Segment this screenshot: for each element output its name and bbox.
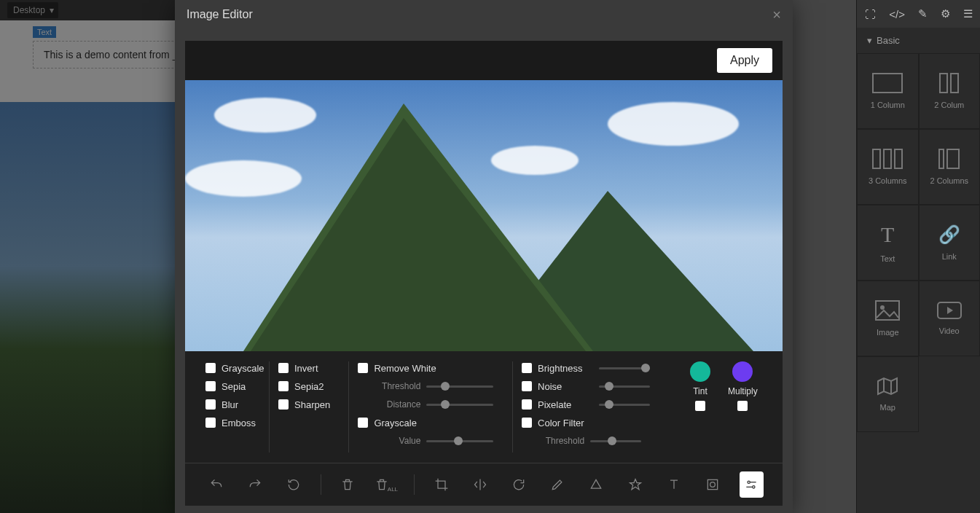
block-link[interactable]: 🔗 Link [919, 205, 981, 281]
tint-label: Tint [693, 386, 707, 396]
filters-panel: Grayscale Sepia Blur Emboss Invert Sepia… [185, 351, 783, 463]
filter-button[interactable] [740, 471, 764, 498]
image-editor-modal: Image Editor × Apply Grayscale Sepia Blu… [175, 0, 793, 513]
block-video[interactable]: Video [919, 281, 981, 356]
text-button[interactable] [662, 471, 686, 498]
slider-label: Distance [375, 399, 420, 410]
draw-button[interactable] [546, 471, 570, 498]
block-1-column[interactable]: 1 Column [857, 53, 919, 129]
all-label: ALL [388, 486, 398, 493]
filter-label: Invert [294, 363, 318, 374]
filter-label: Remove White [374, 363, 436, 374]
filter-label: Sharpen [294, 399, 330, 410]
cloud-shape [608, 102, 739, 146]
filter-label: Sepia [222, 381, 246, 392]
redo-button[interactable] [243, 471, 267, 498]
flip-button[interactable] [468, 471, 492, 498]
column-icon [872, 73, 903, 93]
menu-icon[interactable]: ☰ [963, 7, 973, 20]
separator [414, 474, 415, 495]
multiply-swatch[interactable] [732, 361, 753, 382]
modal-header: Image Editor × [175, 0, 793, 29]
text-icon: T [881, 222, 894, 247]
checkbox-tint[interactable] [695, 401, 705, 411]
checkbox-pixelate[interactable] [522, 399, 532, 410]
checkbox-grayscale-2[interactable] [358, 418, 368, 428]
filter-label: Grayscale [222, 363, 264, 374]
slider-value[interactable] [426, 436, 493, 446]
checkbox-sepia2[interactable] [278, 381, 289, 391]
svg-point-8 [753, 486, 755, 488]
section-label: Basic [877, 35, 900, 46]
slider-pixelate[interactable] [599, 399, 650, 410]
multiply-label: Multiply [728, 386, 758, 396]
close-icon[interactable]: × [772, 7, 781, 23]
code-icon[interactable]: </> [889, 8, 905, 20]
checkbox-brightness[interactable] [522, 363, 532, 373]
gear-icon[interactable]: ⚙ [941, 7, 950, 20]
reset-button[interactable] [281, 471, 305, 498]
apply-bar: Apply [185, 41, 783, 80]
block-grid: 1 Column 2 Colum 3 Columns 2 Columns T T… [857, 53, 980, 432]
checkbox-invert[interactable] [278, 363, 289, 373]
svg-rect-2 [876, 301, 899, 320]
video-icon [937, 302, 962, 319]
checkbox-noise[interactable] [522, 381, 532, 391]
filter-col-1: Grayscale Sepia Blur Emboss [197, 361, 270, 453]
block-text[interactable]: T Text [857, 205, 919, 281]
svg-point-3 [880, 305, 885, 310]
columns-icon [938, 149, 960, 169]
block-label: Video [939, 326, 960, 335]
checkbox-emboss[interactable] [205, 418, 216, 428]
checkbox-remove-white[interactable] [358, 363, 368, 373]
checkbox-sharpen[interactable] [278, 399, 289, 410]
slider-brightness[interactable] [599, 363, 650, 373]
block-map[interactable]: Map [857, 356, 919, 432]
block-3-columns[interactable]: 3 Columns [857, 129, 919, 205]
rotate-button[interactable] [506, 471, 530, 498]
filter-col-3: Remove White Threshold Distance Grayscal… [349, 361, 513, 453]
image-preview[interactable] [185, 80, 783, 351]
slider-label: Value [375, 436, 420, 446]
block-label: Link [942, 252, 957, 261]
block-label: Image [877, 328, 899, 337]
block-image[interactable]: Image [857, 281, 919, 356]
slider-threshold[interactable] [426, 381, 493, 391]
filter-col-colors: Tint Multiply [677, 361, 771, 453]
undo-button[interactable] [204, 471, 228, 498]
block-label: Map [880, 403, 895, 412]
slider-distance[interactable] [426, 399, 493, 410]
filter-label: Grayscale [374, 418, 417, 428]
sidebar-section-basic[interactable]: ▾ Basic [857, 28, 980, 53]
editor-toolbar: ALL [185, 463, 783, 506]
tint-control: Tint [690, 361, 710, 453]
svg-rect-5 [707, 479, 717, 489]
checkbox-grayscale[interactable] [205, 363, 216, 373]
right-sidebar: ⛶ </> ✎ ⚙ ☰ ▾ Basic 1 Column 2 Colum 3 C… [856, 0, 980, 513]
icon-button[interactable] [623, 471, 647, 498]
brush-icon[interactable]: ✎ [918, 7, 928, 20]
multiply-control: Multiply [728, 361, 758, 453]
delete-button[interactable] [336, 471, 360, 498]
checkbox-color-filter[interactable] [522, 418, 532, 428]
shape-button[interactable] [584, 471, 608, 498]
crop-button[interactable] [429, 471, 453, 498]
filter-label: Emboss [222, 418, 256, 428]
block-2-column[interactable]: 2 Colum [919, 53, 981, 129]
svg-point-7 [748, 481, 750, 483]
mask-button[interactable] [700, 471, 724, 498]
delete-all-button[interactable]: ALL [375, 471, 399, 498]
modal-body: Apply Grayscale Sepia Blur Emboss Invert… [175, 29, 793, 513]
filter-label: Blur [222, 399, 238, 410]
checkbox-sepia[interactable] [205, 381, 216, 391]
slider-cf-threshold[interactable] [590, 436, 641, 446]
tint-swatch[interactable] [690, 361, 710, 382]
slider-noise[interactable] [599, 381, 650, 391]
checkbox-multiply[interactable] [737, 401, 748, 411]
fullscreen-icon[interactable]: ⛶ [865, 8, 876, 20]
block-2-columns-b[interactable]: 2 Columns [919, 129, 981, 205]
separator [321, 474, 321, 495]
checkbox-blur[interactable] [205, 399, 216, 410]
filter-label: Color Filter [538, 418, 584, 428]
apply-button[interactable]: Apply [717, 48, 772, 73]
